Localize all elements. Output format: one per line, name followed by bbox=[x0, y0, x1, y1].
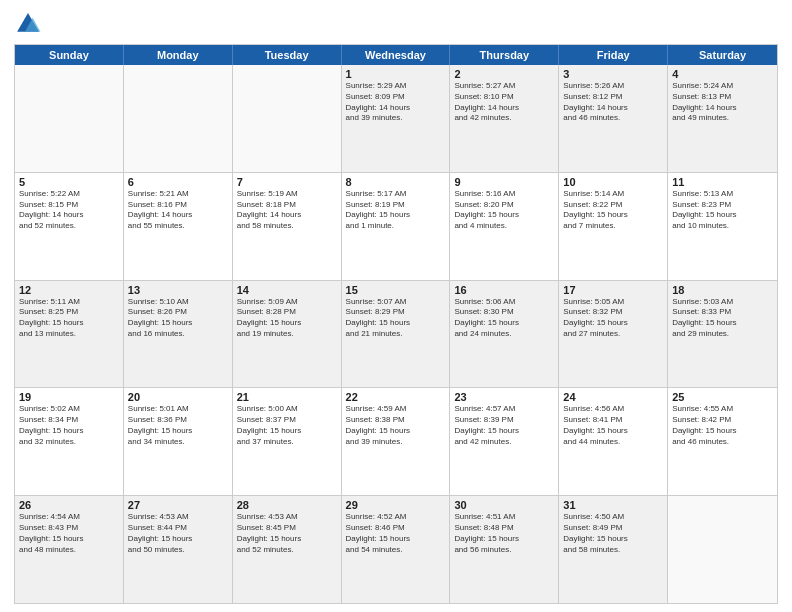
day-number: 17 bbox=[563, 284, 663, 296]
cell-info: Sunrise: 5:27 AM Sunset: 8:10 PM Dayligh… bbox=[454, 81, 554, 124]
calendar-cell-4-6 bbox=[668, 496, 777, 603]
calendar-cell-4-4: 30Sunrise: 4:51 AM Sunset: 8:48 PM Dayli… bbox=[450, 496, 559, 603]
cell-info: Sunrise: 5:10 AM Sunset: 8:26 PM Dayligh… bbox=[128, 297, 228, 340]
day-number: 10 bbox=[563, 176, 663, 188]
calendar-cell-4-3: 29Sunrise: 4:52 AM Sunset: 8:46 PM Dayli… bbox=[342, 496, 451, 603]
cell-info: Sunrise: 4:54 AM Sunset: 8:43 PM Dayligh… bbox=[19, 512, 119, 555]
day-number: 23 bbox=[454, 391, 554, 403]
header-day-wednesday: Wednesday bbox=[342, 45, 451, 65]
day-number: 29 bbox=[346, 499, 446, 511]
cell-info: Sunrise: 5:29 AM Sunset: 8:09 PM Dayligh… bbox=[346, 81, 446, 124]
day-number: 15 bbox=[346, 284, 446, 296]
cell-info: Sunrise: 4:56 AM Sunset: 8:41 PM Dayligh… bbox=[563, 404, 663, 447]
calendar-cell-1-3: 8Sunrise: 5:17 AM Sunset: 8:19 PM Daylig… bbox=[342, 173, 451, 280]
calendar-cell-3-2: 21Sunrise: 5:00 AM Sunset: 8:37 PM Dayli… bbox=[233, 388, 342, 495]
cell-info: Sunrise: 4:53 AM Sunset: 8:45 PM Dayligh… bbox=[237, 512, 337, 555]
cell-info: Sunrise: 5:06 AM Sunset: 8:30 PM Dayligh… bbox=[454, 297, 554, 340]
calendar-row-0: 1Sunrise: 5:29 AM Sunset: 8:09 PM Daylig… bbox=[15, 65, 777, 172]
cell-info: Sunrise: 4:57 AM Sunset: 8:39 PM Dayligh… bbox=[454, 404, 554, 447]
calendar-row-1: 5Sunrise: 5:22 AM Sunset: 8:15 PM Daylig… bbox=[15, 172, 777, 280]
day-number: 6 bbox=[128, 176, 228, 188]
day-number: 19 bbox=[19, 391, 119, 403]
calendar-cell-3-3: 22Sunrise: 4:59 AM Sunset: 8:38 PM Dayli… bbox=[342, 388, 451, 495]
calendar-cell-2-0: 12Sunrise: 5:11 AM Sunset: 8:25 PM Dayli… bbox=[15, 281, 124, 388]
cell-info: Sunrise: 5:11 AM Sunset: 8:25 PM Dayligh… bbox=[19, 297, 119, 340]
day-number: 5 bbox=[19, 176, 119, 188]
calendar-cell-3-6: 25Sunrise: 4:55 AM Sunset: 8:42 PM Dayli… bbox=[668, 388, 777, 495]
cell-info: Sunrise: 5:21 AM Sunset: 8:16 PM Dayligh… bbox=[128, 189, 228, 232]
cell-info: Sunrise: 5:19 AM Sunset: 8:18 PM Dayligh… bbox=[237, 189, 337, 232]
calendar-cell-0-3: 1Sunrise: 5:29 AM Sunset: 8:09 PM Daylig… bbox=[342, 65, 451, 172]
calendar-cell-2-4: 16Sunrise: 5:06 AM Sunset: 8:30 PM Dayli… bbox=[450, 281, 559, 388]
calendar-header: SundayMondayTuesdayWednesdayThursdayFrid… bbox=[15, 45, 777, 65]
day-number: 11 bbox=[672, 176, 773, 188]
cell-info: Sunrise: 5:07 AM Sunset: 8:29 PM Dayligh… bbox=[346, 297, 446, 340]
cell-info: Sunrise: 4:50 AM Sunset: 8:49 PM Dayligh… bbox=[563, 512, 663, 555]
calendar-cell-4-2: 28Sunrise: 4:53 AM Sunset: 8:45 PM Dayli… bbox=[233, 496, 342, 603]
calendar-cell-2-6: 18Sunrise: 5:03 AM Sunset: 8:33 PM Dayli… bbox=[668, 281, 777, 388]
day-number: 1 bbox=[346, 68, 446, 80]
calendar-cell-1-5: 10Sunrise: 5:14 AM Sunset: 8:22 PM Dayli… bbox=[559, 173, 668, 280]
calendar-cell-3-5: 24Sunrise: 4:56 AM Sunset: 8:41 PM Dayli… bbox=[559, 388, 668, 495]
cell-info: Sunrise: 5:01 AM Sunset: 8:36 PM Dayligh… bbox=[128, 404, 228, 447]
logo bbox=[14, 10, 44, 38]
calendar-row-4: 26Sunrise: 4:54 AM Sunset: 8:43 PM Dayli… bbox=[15, 495, 777, 603]
calendar-cell-1-6: 11Sunrise: 5:13 AM Sunset: 8:23 PM Dayli… bbox=[668, 173, 777, 280]
day-number: 4 bbox=[672, 68, 773, 80]
header bbox=[14, 10, 778, 38]
calendar-body: 1Sunrise: 5:29 AM Sunset: 8:09 PM Daylig… bbox=[15, 65, 777, 603]
calendar-cell-0-1 bbox=[124, 65, 233, 172]
calendar-cell-0-5: 3Sunrise: 5:26 AM Sunset: 8:12 PM Daylig… bbox=[559, 65, 668, 172]
day-number: 14 bbox=[237, 284, 337, 296]
day-number: 24 bbox=[563, 391, 663, 403]
calendar-cell-1-2: 7Sunrise: 5:19 AM Sunset: 8:18 PM Daylig… bbox=[233, 173, 342, 280]
cell-info: Sunrise: 5:00 AM Sunset: 8:37 PM Dayligh… bbox=[237, 404, 337, 447]
day-number: 25 bbox=[672, 391, 773, 403]
calendar-cell-2-3: 15Sunrise: 5:07 AM Sunset: 8:29 PM Dayli… bbox=[342, 281, 451, 388]
header-day-saturday: Saturday bbox=[668, 45, 777, 65]
day-number: 28 bbox=[237, 499, 337, 511]
calendar-cell-4-0: 26Sunrise: 4:54 AM Sunset: 8:43 PM Dayli… bbox=[15, 496, 124, 603]
header-day-friday: Friday bbox=[559, 45, 668, 65]
cell-info: Sunrise: 4:55 AM Sunset: 8:42 PM Dayligh… bbox=[672, 404, 773, 447]
calendar-cell-0-4: 2Sunrise: 5:27 AM Sunset: 8:10 PM Daylig… bbox=[450, 65, 559, 172]
header-day-sunday: Sunday bbox=[15, 45, 124, 65]
cell-info: Sunrise: 4:53 AM Sunset: 8:44 PM Dayligh… bbox=[128, 512, 228, 555]
day-number: 2 bbox=[454, 68, 554, 80]
cell-info: Sunrise: 5:17 AM Sunset: 8:19 PM Dayligh… bbox=[346, 189, 446, 232]
calendar-cell-1-0: 5Sunrise: 5:22 AM Sunset: 8:15 PM Daylig… bbox=[15, 173, 124, 280]
day-number: 27 bbox=[128, 499, 228, 511]
calendar-cell-1-1: 6Sunrise: 5:21 AM Sunset: 8:16 PM Daylig… bbox=[124, 173, 233, 280]
calendar-cell-3-4: 23Sunrise: 4:57 AM Sunset: 8:39 PM Dayli… bbox=[450, 388, 559, 495]
day-number: 8 bbox=[346, 176, 446, 188]
calendar-row-3: 19Sunrise: 5:02 AM Sunset: 8:34 PM Dayli… bbox=[15, 387, 777, 495]
header-day-tuesday: Tuesday bbox=[233, 45, 342, 65]
day-number: 31 bbox=[563, 499, 663, 511]
calendar-cell-0-2 bbox=[233, 65, 342, 172]
logo-icon bbox=[14, 10, 42, 38]
day-number: 30 bbox=[454, 499, 554, 511]
calendar-cell-1-4: 9Sunrise: 5:16 AM Sunset: 8:20 PM Daylig… bbox=[450, 173, 559, 280]
calendar-cell-0-0 bbox=[15, 65, 124, 172]
calendar-cell-2-5: 17Sunrise: 5:05 AM Sunset: 8:32 PM Dayli… bbox=[559, 281, 668, 388]
cell-info: Sunrise: 5:03 AM Sunset: 8:33 PM Dayligh… bbox=[672, 297, 773, 340]
calendar-cell-2-1: 13Sunrise: 5:10 AM Sunset: 8:26 PM Dayli… bbox=[124, 281, 233, 388]
day-number: 3 bbox=[563, 68, 663, 80]
calendar-cell-0-6: 4Sunrise: 5:24 AM Sunset: 8:13 PM Daylig… bbox=[668, 65, 777, 172]
calendar-cell-2-2: 14Sunrise: 5:09 AM Sunset: 8:28 PM Dayli… bbox=[233, 281, 342, 388]
day-number: 9 bbox=[454, 176, 554, 188]
day-number: 18 bbox=[672, 284, 773, 296]
cell-info: Sunrise: 4:51 AM Sunset: 8:48 PM Dayligh… bbox=[454, 512, 554, 555]
cell-info: Sunrise: 5:09 AM Sunset: 8:28 PM Dayligh… bbox=[237, 297, 337, 340]
page: SundayMondayTuesdayWednesdayThursdayFrid… bbox=[0, 0, 792, 612]
cell-info: Sunrise: 5:13 AM Sunset: 8:23 PM Dayligh… bbox=[672, 189, 773, 232]
day-number: 22 bbox=[346, 391, 446, 403]
day-number: 21 bbox=[237, 391, 337, 403]
cell-info: Sunrise: 5:26 AM Sunset: 8:12 PM Dayligh… bbox=[563, 81, 663, 124]
day-number: 16 bbox=[454, 284, 554, 296]
calendar: SundayMondayTuesdayWednesdayThursdayFrid… bbox=[14, 44, 778, 604]
header-day-thursday: Thursday bbox=[450, 45, 559, 65]
day-number: 26 bbox=[19, 499, 119, 511]
cell-info: Sunrise: 5:02 AM Sunset: 8:34 PM Dayligh… bbox=[19, 404, 119, 447]
calendar-row-2: 12Sunrise: 5:11 AM Sunset: 8:25 PM Dayli… bbox=[15, 280, 777, 388]
